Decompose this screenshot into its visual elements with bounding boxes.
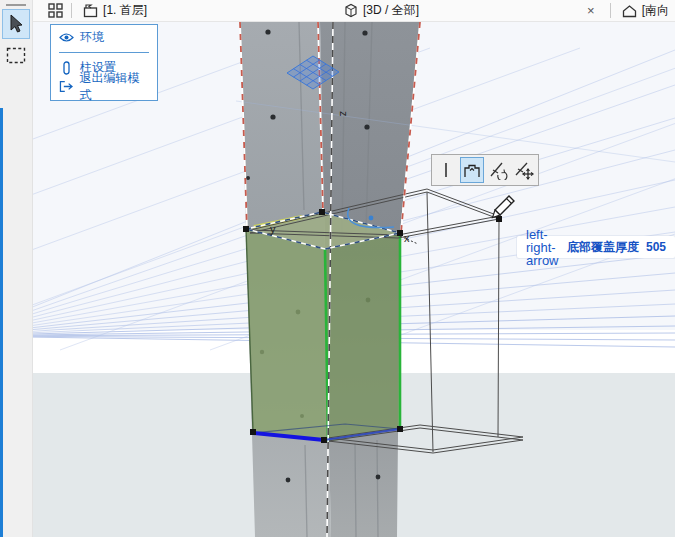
- axis-label-z: z: [338, 111, 350, 117]
- move-icon: [514, 161, 534, 180]
- left-right-arrow-icon: left-right-arrow: [526, 228, 560, 267]
- tab-elevation[interactable]: [南向: [616, 0, 675, 22]
- pet-move-button[interactable]: [512, 157, 536, 183]
- tab-overview-button[interactable]: [45, 1, 66, 21]
- tab-elevation-label: [南向: [642, 2, 669, 19]
- marquee-icon: [6, 47, 26, 64]
- tabbar-separator-2: [610, 3, 611, 18]
- modify-profile-icon: [462, 161, 482, 179]
- 3d-box-icon: [344, 3, 358, 18]
- tab-bar: [1. 首层] [3D / 全部] × [南向: [33, 0, 675, 22]
- toolbox-sidebar: [0, 0, 33, 537]
- left-accent-strip: [0, 108, 3, 537]
- tabbar-separator: [71, 3, 72, 18]
- menu-item-exit-edit-mode-label: 退出编辑模式: [79, 70, 149, 104]
- edit-context-menu: 环境 柱设置 退出编辑模式: [50, 24, 158, 101]
- toolbox-drag-handle[interactable]: [6, 4, 26, 6]
- arrow-cursor-icon: [7, 14, 25, 34]
- vertical-line-icon: [437, 161, 455, 179]
- elevation-icon: [622, 4, 637, 18]
- pet-palette: [431, 154, 539, 186]
- pet-rotate-button[interactable]: [486, 157, 510, 183]
- tracker-label: 底部覆盖厚度: [567, 239, 639, 256]
- selection-volume[interactable]: [246, 212, 400, 442]
- quad-grid-icon: [48, 3, 63, 18]
- arrow-select-tool[interactable]: [2, 9, 30, 39]
- rotate-icon: [488, 161, 508, 180]
- story-icon: [83, 4, 98, 18]
- pet-stretch-vertical-button[interactable]: [434, 157, 458, 183]
- tab-3d-label: [3D / 全部]: [363, 2, 419, 19]
- tab-story[interactable]: [1. 首层]: [77, 0, 338, 22]
- marquee-tool[interactable]: [2, 40, 30, 70]
- exit-icon: [59, 80, 73, 93]
- eye-icon: [59, 32, 74, 43]
- tab-close-button[interactable]: ×: [583, 3, 599, 18]
- tracker-input[interactable]: left-right-arrow 底部覆盖厚度 505: [517, 236, 675, 258]
- axis-label-y: y: [270, 223, 276, 235]
- menu-item-exit-edit-mode[interactable]: 退出编辑模式: [51, 77, 157, 96]
- column-icon: [59, 61, 74, 75]
- tab-story-label: [1. 首层]: [103, 2, 147, 19]
- menu-item-environment-label: 环境: [80, 29, 104, 46]
- menu-divider: [59, 52, 149, 53]
- menu-item-environment[interactable]: 环境: [51, 28, 157, 47]
- pet-modify-profile-button[interactable]: [460, 157, 484, 183]
- tab-3d-all[interactable]: [3D / 全部] ×: [338, 0, 605, 22]
- app-window: y x z: [0, 0, 675, 537]
- tracker-value[interactable]: 505: [646, 240, 666, 254]
